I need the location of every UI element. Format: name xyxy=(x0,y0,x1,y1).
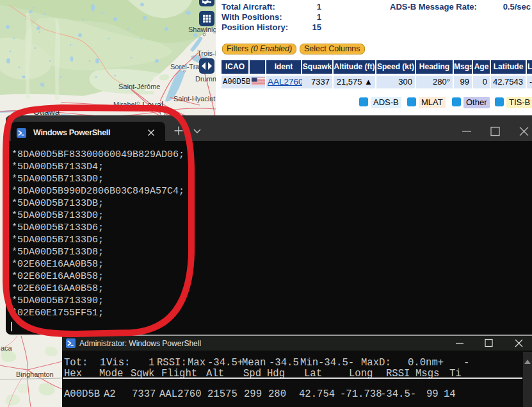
svg-text:Saint-Jérôme: Saint-Jérôme xyxy=(118,83,160,90)
svg-text:Laval: Laval xyxy=(142,100,163,110)
svg-text:Mirabel: Mirabel xyxy=(113,101,136,108)
svg-text:aca: aca xyxy=(1,344,13,352)
svg-text:Binghamton: Binghamton xyxy=(16,370,54,378)
